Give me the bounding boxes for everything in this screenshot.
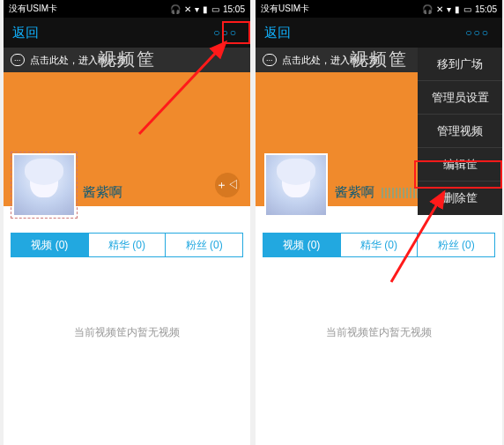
cover-area: ＋◁ 酱紫啊 — [4, 72, 250, 206]
menu-move-to-square[interactable]: 移到广场 — [418, 48, 502, 81]
sim-status: 没有USIM卡 — [9, 3, 57, 15]
sim-status: 没有USIM卡 — [261, 3, 309, 15]
more-button[interactable]: ○○○ — [210, 25, 241, 41]
status-bar: 没有USIM卡 🎧 ✕ ▾ ▮ ▭ 15:05 — [4, 0, 250, 18]
chat-banner-text: 点击此处，进入聊天室 — [282, 54, 379, 67]
content-area: 当前视频筐内暂无视频 — [4, 257, 250, 407]
signal-icon: ▮ — [455, 4, 460, 14]
chat-banner-text: 点击此处，进入聊天室 — [30, 54, 127, 67]
phone-screen-right: 没有USIM卡 🎧 ✕ ▾ ▮ ▭ 15:05 返回 ○○○ 视频筐 ··· 点… — [256, 0, 502, 445]
back-button[interactable]: 返回 — [264, 25, 291, 41]
menu-delete-basket[interactable]: 删除筐 — [418, 182, 502, 215]
more-button[interactable]: ○○○ — [462, 25, 493, 41]
status-time: 15:05 — [475, 4, 497, 14]
username: 酱紫啊 — [83, 184, 122, 201]
tab-fans[interactable]: 粉丝 (0) — [166, 234, 242, 256]
wifi-icon: ▾ — [447, 4, 451, 14]
chat-icon: ··· — [263, 54, 277, 66]
location-off-icon: ✕ — [436, 4, 443, 14]
signal-icon: ▮ — [203, 4, 208, 14]
menu-manage-video[interactable]: 管理视频 — [418, 115, 502, 148]
wifi-icon: ▾ — [195, 4, 199, 14]
tab-video[interactable]: 视频 (0) — [11, 234, 89, 256]
phone-screen-left: 没有USIM卡 🎧 ✕ ▾ ▮ ▭ 15:05 返回 ○○○ 视频筐 ··· 点… — [4, 0, 250, 445]
nav-bar: 返回 ○○○ — [4, 18, 250, 48]
location-off-icon: ✕ — [184, 4, 191, 14]
avatar[interactable] — [12, 153, 76, 217]
content-area: 当前视频筐内暂无视频 — [256, 257, 502, 407]
more-dropdown: 移到广场 管理员设置 管理视频 编辑筐 删除筐 — [418, 48, 502, 215]
tab-fans[interactable]: 粉丝 (0) — [418, 234, 494, 256]
status-time: 15:05 — [223, 4, 245, 14]
battery-icon: ▭ — [211, 4, 219, 14]
tabs: 视频 (0) 精华 (0) 粉丝 (0) — [263, 233, 495, 257]
username: 酱紫啊 — [335, 184, 374, 201]
headphones-icon: 🎧 — [170, 4, 181, 14]
empty-text: 当前视频筐内暂无视频 — [74, 325, 180, 340]
menu-edit-basket[interactable]: 编辑筐 — [418, 148, 502, 182]
avatar-image — [266, 155, 326, 215]
tab-essence[interactable]: 精华 (0) — [341, 234, 419, 256]
chat-banner[interactable]: ··· 点击此处，进入聊天室 — [4, 48, 250, 72]
video-camera-icon: ＋◁ — [216, 177, 239, 193]
back-button[interactable]: 返回 — [12, 25, 39, 41]
tab-essence[interactable]: 精华 (0) — [89, 234, 167, 256]
nav-bar: 返回 ○○○ — [256, 18, 502, 48]
empty-text: 当前视频筐内暂无视频 — [326, 325, 432, 340]
tab-video[interactable]: 视频 (0) — [263, 234, 341, 256]
avatar-image — [14, 155, 74, 215]
battery-icon: ▭ — [463, 4, 471, 14]
avatar[interactable] — [264, 153, 328, 217]
tabs: 视频 (0) 精华 (0) 粉丝 (0) — [11, 233, 243, 257]
menu-admin-settings[interactable]: 管理员设置 — [418, 81, 502, 115]
add-video-badge[interactable]: ＋◁ — [215, 173, 240, 197]
chat-icon: ··· — [11, 54, 25, 66]
status-bar: 没有USIM卡 🎧 ✕ ▾ ▮ ▭ 15:05 — [256, 0, 502, 18]
headphones-icon: 🎧 — [422, 4, 433, 14]
